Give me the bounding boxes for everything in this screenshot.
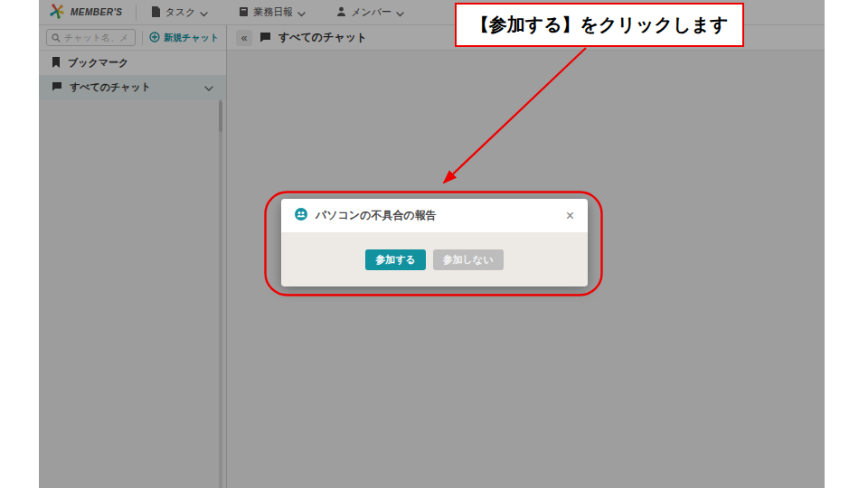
instruction-callout: 【参加する】をクリックします [455, 3, 744, 47]
join-chat-modal: パソコンの不具合の報告 × 参加する 参加しない [281, 199, 588, 286]
group-chat-icon [295, 208, 307, 224]
join-button[interactable]: 参加する [365, 249, 426, 270]
decline-button[interactable]: 参加しない [433, 249, 504, 270]
page: MEMBER'S タスク 業務日報 [0, 0, 868, 488]
modal-footer: 参加する 参加しない [281, 232, 588, 286]
modal-header: パソコンの不具合の報告 × [281, 199, 588, 232]
modal-title: パソコンの不具合の報告 [316, 208, 558, 223]
close-icon[interactable]: × [566, 209, 574, 223]
